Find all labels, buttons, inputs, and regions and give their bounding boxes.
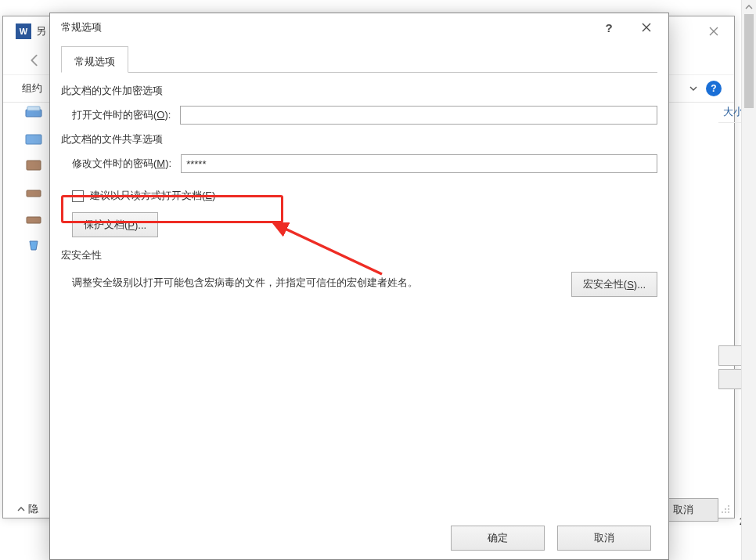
section-encrypt-title: 此文档的文件加密选项: [61, 84, 657, 98]
section-macro-title: 宏安全性: [61, 248, 657, 262]
scroll-thumb[interactable]: [744, 14, 754, 108]
svg-rect-1: [27, 107, 40, 110]
hide-folders-toggle[interactable]: 隐: [17, 502, 38, 516]
folder-icon[interactable]: [25, 132, 42, 145]
drive-icon[interactable]: [25, 106, 42, 118]
dialog-help-button[interactable]: ?: [593, 16, 625, 38]
recommend-readonly-label: 建议以只读方式打开文档(E): [90, 189, 215, 203]
section-macro: 宏安全性 调整安全级别以打开可能包含宏病毒的文件，并指定可信任的宏创建者姓名。 …: [61, 248, 657, 297]
save-as-nav-pane: [3, 103, 45, 519]
scroll-up-icon[interactable]: [742, 0, 756, 14]
section-encrypt: 此文档的文件加密选项 打开文件时的密码(O):: [61, 84, 657, 125]
macro-security-description: 调整安全级别以打开可能包含宏病毒的文件，并指定可信任的宏创建者姓名。: [72, 270, 559, 291]
recycle-icon[interactable]: [25, 239, 42, 251]
save-as-title: 另: [36, 24, 46, 38]
section-share: 此文档的文件共享选项 修改文件时的密码(M): 建议以只读方式打开文档(E) 保…: [61, 132, 657, 237]
ok-button[interactable]: 确定: [451, 526, 545, 551]
view-dropdown-icon[interactable]: [689, 84, 698, 93]
drive-icon-2[interactable]: [25, 186, 42, 198]
drive-icon-3[interactable]: [25, 212, 42, 225]
svg-rect-5: [27, 217, 41, 223]
open-password-label: 打开文件时的密码(O):: [72, 108, 171, 122]
word-app-icon: W: [16, 23, 31, 39]
svg-rect-3: [27, 161, 41, 170]
dialog-titlebar: 常规选项 ?: [50, 13, 668, 42]
back-arrow-icon[interactable]: [23, 49, 45, 71]
protect-document-button[interactable]: 保护文档(P)...: [72, 212, 158, 237]
organize-button[interactable]: 组约: [22, 81, 42, 96]
tab-general-options[interactable]: 常规选项: [61, 46, 128, 73]
open-password-input[interactable]: [180, 106, 657, 125]
disk-icon[interactable]: [25, 159, 42, 172]
svg-rect-4: [27, 190, 41, 197]
checkbox-icon[interactable]: [72, 190, 84, 202]
modify-password-input[interactable]: [181, 154, 657, 173]
hide-folders-label: 隐: [28, 502, 38, 516]
dialog-footer: 确定 取消: [50, 517, 668, 559]
svg-rect-2: [26, 135, 41, 144]
dialog-close-button[interactable]: [631, 16, 662, 38]
dialog-title: 常规选项: [61, 20, 102, 34]
save-as-close-icon[interactable]: [698, 20, 729, 42]
cancel-button[interactable]: 取消: [557, 526, 651, 551]
recommend-readonly-checkbox[interactable]: 建议以只读方式打开文档(E): [72, 189, 657, 203]
modify-password-label: 修改文件时的密码(M):: [72, 157, 171, 171]
general-options-dialog: 常规选项 ? 常规选项 此文档的文件加密选项 打开文件时的密码(O): 此文档的…: [49, 13, 669, 560]
dialog-tab-strip: 常规选项: [61, 46, 657, 73]
section-share-title: 此文档的文件共享选项: [61, 132, 657, 146]
help-icon[interactable]: ?: [706, 81, 722, 96]
page-vertical-scrollbar[interactable]: [741, 0, 756, 560]
macro-security-button[interactable]: 宏安全性(S)...: [571, 272, 657, 297]
